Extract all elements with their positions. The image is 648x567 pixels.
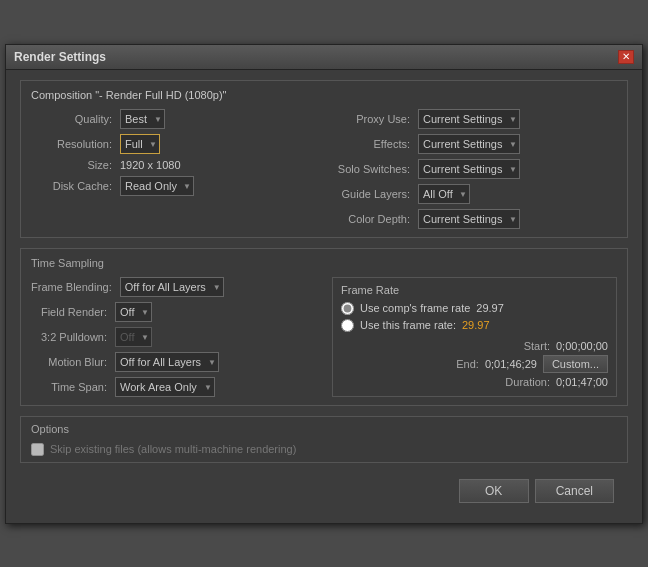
time-span-select-wrapper: Work Area Only [115,377,215,397]
motion-blur-label: Motion Blur: [31,356,111,368]
time-span-select[interactable]: Work Area Only [115,377,215,397]
right-column: Proxy Use: Current Settings Effects: Cu [324,109,617,229]
use-this-rate-radio[interactable] [341,319,354,332]
disk-cache-label: Disk Cache: [31,180,116,192]
motion-blur-select-wrapper: Off for All Layers [115,352,219,372]
field-render-row: Field Render: Off [31,302,324,322]
resolution-select[interactable]: Full [120,134,160,154]
custom-button[interactable]: Custom... [543,355,608,373]
use-this-rate-row: Use this frame rate: 29.97 [341,319,608,332]
dialog-content: Composition "- Render Full HD (1080p)" Q… [6,70,642,523]
skip-files-row: Skip existing files (allows multi-machin… [31,443,617,456]
guide-layers-label: Guide Layers: [324,188,414,200]
use-comps-rate-radio[interactable] [341,302,354,315]
resolution-row: Resolution: Full [31,134,324,154]
pulldown-label: 3:2 Pulldown: [31,331,111,343]
dialog-footer: OK Cancel [20,473,628,513]
time-span-label: Time Span: [31,381,111,393]
skip-files-label: Skip existing files (allows multi-machin… [50,443,296,455]
time-sampling-section: Time Sampling Frame Blending: Off for Al… [20,248,628,406]
frame-blending-select[interactable]: Off for All Layers [120,277,224,297]
end-value: 0;01;46;29 [485,358,537,370]
ts-left: Frame Blending: Off for All Layers Field… [31,277,324,397]
proxy-use-select[interactable]: Current Settings [418,109,520,129]
quality-row: Quality: Best [31,109,324,129]
size-value: 1920 x 1080 [120,159,181,171]
start-row: Start: 0;00;00;00 [524,340,608,352]
end-label: End: [456,358,479,370]
disk-cache-select-wrapper: Read Only [120,176,194,196]
composition-section: Composition "- Render Full HD (1080p)" Q… [20,80,628,238]
effects-select-wrapper: Current Settings [418,134,520,154]
time-sampling-grid: Frame Blending: Off for All Layers Field… [31,277,617,397]
time-span-row: Time Span: Work Area Only [31,377,324,397]
time-sampling-title: Time Sampling [31,257,617,269]
size-label: Size: [31,159,116,171]
frame-blending-row: Frame Blending: Off for All Layers [31,277,324,297]
disk-cache-select[interactable]: Read Only [120,176,194,196]
skip-files-checkbox[interactable] [31,443,44,456]
resolution-select-wrapper: Full [120,134,160,154]
guide-layers-select[interactable]: All Off [418,184,470,204]
pulldown-select-wrapper: Off [115,327,152,347]
cancel-button[interactable]: Cancel [535,479,614,503]
proxy-use-label: Proxy Use: [324,113,414,125]
size-row: Size: 1920 x 1080 [31,159,324,171]
duration-label: Duration: [505,376,550,388]
solo-switches-select[interactable]: Current Settings [418,159,520,179]
solo-switches-label: Solo Switches: [324,163,414,175]
field-render-label: Field Render: [31,306,111,318]
solo-switches-row: Solo Switches: Current Settings [324,159,617,179]
frame-blending-label: Frame Blending: [31,281,116,293]
effects-label: Effects: [324,138,414,150]
start-label: Start: [524,340,550,352]
use-comps-rate-row: Use comp's frame rate 29.97 [341,302,608,315]
duration-row: Duration: 0;01;47;00 [505,376,608,388]
disk-cache-row: Disk Cache: Read Only [31,176,324,196]
timecode-section: Start: 0;00;00;00 End: 0;01;46;29 Custom… [341,340,608,388]
close-button[interactable]: ✕ [618,50,634,64]
effects-select[interactable]: Current Settings [418,134,520,154]
this-rate-value: 29.97 [462,319,490,331]
use-this-rate-label: Use this frame rate: [360,319,456,331]
frame-rate-panel: Frame Rate Use comp's frame rate 29.97 U… [332,277,617,397]
title-bar: Render Settings ✕ [6,45,642,70]
solo-switches-select-wrapper: Current Settings [418,159,520,179]
options-section: Options Skip existing files (allows mult… [20,416,628,463]
comps-rate-value: 29.97 [476,302,504,314]
quality-select-wrapper: Best [120,109,165,129]
frame-rate-title: Frame Rate [341,284,608,296]
use-comps-rate-label: Use comp's frame rate [360,302,470,314]
color-depth-select-wrapper: Current Settings [418,209,520,229]
resolution-label: Resolution: [31,138,116,150]
ok-button[interactable]: OK [459,479,529,503]
proxy-use-select-wrapper: Current Settings [418,109,520,129]
color-depth-row: Color Depth: Current Settings [324,209,617,229]
options-title: Options [31,423,617,435]
color-depth-select[interactable]: Current Settings [418,209,520,229]
frame-blending-select-wrapper: Off for All Layers [120,277,224,297]
start-value: 0;00;00;00 [556,340,608,352]
dialog-title: Render Settings [14,50,106,64]
end-row: End: 0;01;46;29 Custom... [456,355,608,373]
motion-blur-row: Motion Blur: Off for All Layers [31,352,324,372]
pulldown-select[interactable]: Off [115,327,152,347]
settings-grid: Quality: Best Resolution: Full [31,109,617,229]
proxy-use-row: Proxy Use: Current Settings [324,109,617,129]
guide-layers-row: Guide Layers: All Off [324,184,617,204]
color-depth-label: Color Depth: [324,213,414,225]
left-column: Quality: Best Resolution: Full [31,109,324,229]
guide-layers-select-wrapper: All Off [418,184,470,204]
effects-row: Effects: Current Settings [324,134,617,154]
quality-label: Quality: [31,113,116,125]
field-render-select-wrapper: Off [115,302,152,322]
field-render-select[interactable]: Off [115,302,152,322]
render-settings-dialog: Render Settings ✕ Composition "- Render … [5,44,643,524]
quality-select[interactable]: Best [120,109,165,129]
duration-value: 0;01;47;00 [556,376,608,388]
composition-label: Composition "- Render Full HD (1080p)" [31,89,617,101]
motion-blur-select[interactable]: Off for All Layers [115,352,219,372]
pulldown-row: 3:2 Pulldown: Off [31,327,324,347]
